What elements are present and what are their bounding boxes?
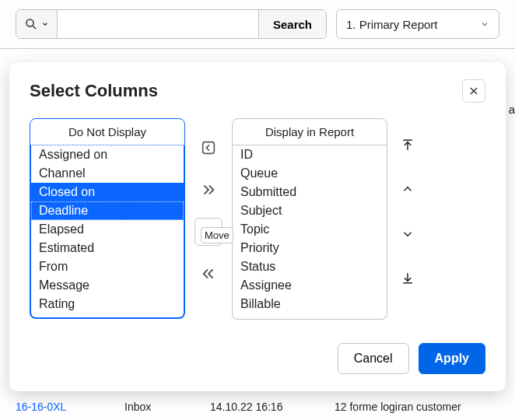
search-input[interactable]: [58, 10, 258, 38]
move-bottom-button[interactable]: [397, 268, 419, 289]
list-item[interactable]: Channel: [31, 164, 184, 183]
select-columns-dialog: Select Columns Do Not Display Assigned o…: [9, 62, 506, 391]
double-chevron-left-icon: [200, 265, 217, 282]
apply-button[interactable]: Apply: [419, 343, 485, 374]
report-selector-label: 1. Primary Report: [346, 18, 438, 31]
reorder-controls: [395, 118, 420, 292]
main-toolbar: Search 1. Primary Report: [0, 0, 515, 49]
list-item[interactable]: From: [31, 257, 184, 276]
list-item[interactable]: Rating: [31, 295, 184, 313]
reset-button[interactable]: [194, 134, 222, 162]
arrow-top-icon: [400, 137, 415, 152]
chevron-up-icon: [401, 182, 415, 196]
move-all-left-button[interactable]: [194, 260, 222, 288]
list-item[interactable]: Queue: [233, 164, 387, 183]
cancel-button[interactable]: Cancel: [338, 343, 409, 374]
search-button[interactable]: Search: [258, 10, 326, 38]
chevron-down-icon: [480, 19, 489, 29]
columns-picker: Do Not Display Assigned onChannelClosed …: [30, 118, 485, 320]
selected-columns-list[interactable]: IDQueueSubmittedSubjectTopicPriorityStat…: [232, 145, 387, 320]
list-item[interactable]: Submitted: [233, 183, 387, 201]
list-item[interactable]: Billable: [233, 295, 387, 313]
chevron-down-icon: [401, 227, 415, 241]
row-date: 14.10.22 16:16: [210, 401, 311, 413]
available-columns-list[interactable]: Assigned onChannelClosed onDeadlineElaps…: [30, 145, 185, 319]
svg-rect-4: [203, 142, 215, 154]
reset-icon: [200, 139, 217, 156]
dialog-footer: Cancel Apply: [30, 343, 485, 374]
dialog-header: Select Columns: [30, 79, 485, 103]
list-item[interactable]: Subject: [233, 201, 387, 220]
svg-point-0: [26, 19, 33, 26]
selected-columns-box: Display in Report IDQueueSubmittedSubjec…: [232, 118, 387, 320]
list-item[interactable]: Closed on: [31, 183, 184, 201]
svg-line-1: [33, 26, 36, 29]
row-subject: 12 forme logiran customer: [335, 401, 499, 413]
report-selector-dropdown[interactable]: 1. Primary Report: [336, 9, 499, 39]
row-id[interactable]: 16-16-0XL: [16, 401, 101, 413]
list-item[interactable]: Estimated: [31, 239, 184, 257]
list-item[interactable]: Priority: [233, 239, 387, 257]
search-icon: [24, 17, 38, 31]
search-group: Search: [16, 9, 327, 39]
search-scope-dropdown[interactable]: [16, 10, 58, 38]
move-up-button[interactable]: [397, 178, 419, 200]
close-icon: [468, 86, 479, 96]
list-item[interactable]: ID: [233, 145, 387, 164]
list-item[interactable]: Topic: [233, 220, 387, 239]
available-columns-header: Do Not Display: [30, 118, 185, 145]
move-all-right-button[interactable]: [194, 176, 222, 204]
list-item[interactable]: Assigned on: [31, 145, 184, 164]
dialog-title: Select Columns: [30, 81, 158, 101]
move-controls: Move: [193, 118, 224, 288]
move-top-button[interactable]: [397, 134, 419, 156]
move-tooltip: Move: [201, 227, 233, 243]
list-item[interactable]: Status: [233, 257, 387, 276]
list-item[interactable]: Elapsed: [31, 220, 184, 239]
available-columns-box: Do Not Display Assigned onChannelClosed …: [30, 118, 185, 319]
chevron-down-icon: [41, 20, 49, 28]
list-item[interactable]: Message: [31, 276, 184, 295]
double-chevron-right-icon: [200, 181, 217, 198]
table-row: 16-16-0XL Inbox 14.10.22 16:16 12 forme …: [0, 396, 515, 418]
close-button[interactable]: [462, 79, 485, 103]
list-item[interactable]: Deadline: [31, 201, 184, 220]
selected-columns-header: Display in Report: [232, 118, 387, 145]
list-item[interactable]: Assignee: [233, 276, 387, 295]
move-down-button[interactable]: [397, 223, 419, 245]
arrow-bottom-icon: [400, 271, 415, 286]
row-queue: Inbox: [124, 401, 187, 413]
